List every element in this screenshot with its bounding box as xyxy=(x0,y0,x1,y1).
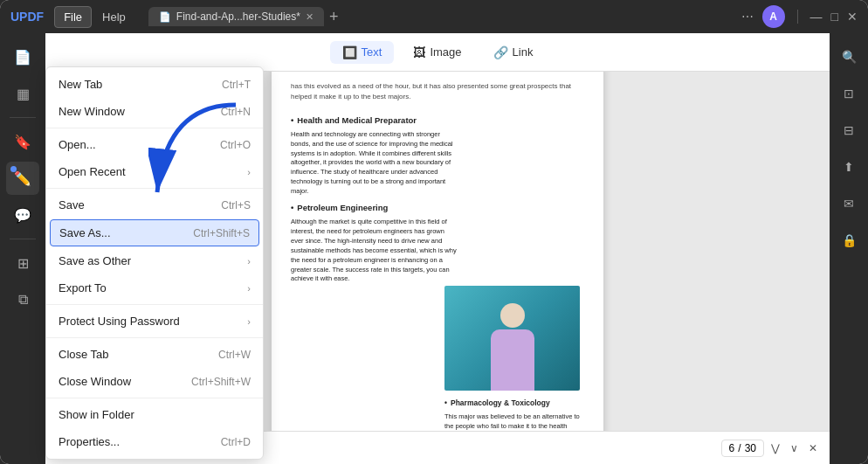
pdf-right-text: • Pharmacology & Toxicology This major w… xyxy=(444,398,584,431)
current-page: 6 xyxy=(729,442,735,454)
menu-separator-4 xyxy=(46,337,263,338)
pdf-petro-body: Although the market is quite competitive… xyxy=(291,218,457,284)
pdf-right-col: • Pharmacology & Toxicology This major w… xyxy=(444,286,584,431)
menu-item-new-window[interactable]: New Window Ctrl+N xyxy=(46,98,263,125)
mail-icon-btn[interactable]: ✉ xyxy=(832,187,865,220)
toolbar-image-btn[interactable]: 🖼 Image xyxy=(401,41,473,64)
right-sidebar: 🔍 ⊡ ⊟ ⬆ ✉ 🔒 xyxy=(830,33,868,464)
active-dot xyxy=(10,166,17,172)
menu-item-close-window[interactable]: Close Window Ctrl+Shift+W xyxy=(46,368,263,395)
title-bar-right: ⋯ A — □ ✕ xyxy=(741,5,858,28)
menu-separator-1 xyxy=(46,128,263,128)
menu-item-protect-password[interactable]: Protect Using Password › xyxy=(46,308,263,335)
link-icon: 🔗 xyxy=(493,45,508,59)
left-sidebar: 📄 ▦ 🔖 ✏️ 💬 ⊞ ⧉ xyxy=(0,33,45,464)
menu-item-save-as[interactable]: Save As... Ctrl+Shift+S xyxy=(50,219,259,246)
bookmark-icon-btn[interactable]: 🔖 xyxy=(6,125,39,158)
document-icon-btn[interactable]: 📄 xyxy=(6,40,39,73)
thumbnail-icon-btn[interactable]: ▦ xyxy=(6,77,39,110)
file-dropdown-menu: New Tab Ctrl+T New Window Ctrl+N Open...… xyxy=(45,66,264,460)
page-bottom-button[interactable]: ∨ xyxy=(787,440,802,457)
sidebar-divider-2 xyxy=(10,239,36,239)
title-bar-menu: File Help xyxy=(54,6,134,28)
close-tab-button[interactable]: ✕ xyxy=(306,11,313,23)
main-layout: 📄 ▦ 🔖 ✏️ 💬 ⊞ ⧉ New Tab Ctrl+T New Window xyxy=(0,33,868,464)
menu-item-export-to[interactable]: Export To › xyxy=(46,274,263,301)
menu-separator-2 xyxy=(46,188,263,189)
lock-icon-btn[interactable]: 🔒 xyxy=(832,224,865,257)
menu-item-save-other[interactable]: Save as Other › xyxy=(46,247,263,274)
toolbar-text-label: Text xyxy=(362,45,382,59)
menu-separator-3 xyxy=(46,304,263,305)
toolbar-image-label: Image xyxy=(430,45,461,59)
pdf-page: has this evolved as a need of the hour, … xyxy=(272,72,603,431)
page-nav-controls: 6 / 30 ⋁ ∨ ✕ xyxy=(721,440,821,457)
active-tab[interactable]: 📄 Find-and-Ap...her-Studies* ✕ xyxy=(148,7,324,26)
tab-pdf-icon: 📄 xyxy=(159,11,171,23)
menu-item-new-tab[interactable]: New Tab Ctrl+T xyxy=(46,71,263,98)
pdf-petro-title: • Petroleum Engineering xyxy=(291,202,457,214)
edit-icon-btn[interactable]: ✏️ xyxy=(6,162,39,195)
annotate-icon-btn[interactable]: 💬 xyxy=(6,198,39,232)
ocr-icon-btn[interactable]: ⊡ xyxy=(832,77,865,110)
title-bar: UPDF File Help 📄 Find-and-Ap...her-Studi… xyxy=(0,0,868,33)
pdf-pharma-body: This major was believed to be an alterna… xyxy=(444,412,584,431)
toolbar-link-btn[interactable]: 🔗 Link xyxy=(481,41,546,64)
text-icon: 🔲 xyxy=(342,45,357,59)
page-separator: / xyxy=(738,442,741,454)
crop-icon-btn[interactable]: ⊟ xyxy=(832,114,865,147)
separator xyxy=(797,10,798,24)
close-window-button[interactable]: ✕ xyxy=(847,10,858,24)
share-icon-btn[interactable]: ⬆ xyxy=(832,150,865,184)
pdf-top-text: has this evolved as a need of the hour, … xyxy=(291,81,584,102)
close-nav-button[interactable]: ✕ xyxy=(805,440,821,457)
file-dropdown-overlay: New Tab Ctrl+T New Window Ctrl+N Open...… xyxy=(45,66,264,460)
new-tab-button[interactable]: + xyxy=(324,8,344,26)
pdf-content: has this evolved as a need of the hour, … xyxy=(291,81,584,432)
menu-item-properties[interactable]: Properties... Ctrl+D xyxy=(46,428,263,455)
search-icon-btn[interactable]: 🔍 xyxy=(832,40,865,73)
menu-separator-5 xyxy=(46,398,263,398)
layers-icon-btn[interactable]: ⧉ xyxy=(6,283,39,316)
pdf-student-image xyxy=(444,286,580,391)
tab-area: 📄 Find-and-Ap...her-Studies* ✕ + xyxy=(148,7,734,26)
avatar[interactable]: A xyxy=(762,5,785,28)
menu-item-close-tab[interactable]: Close Tab Ctrl+W xyxy=(46,341,263,368)
menu-item-open[interactable]: Open... Ctrl+O xyxy=(46,131,263,158)
image-icon: 🖼 xyxy=(413,45,425,59)
sidebar-divider-1 xyxy=(10,117,36,118)
total-pages: 30 xyxy=(745,442,756,454)
overflow-button[interactable]: ⋯ xyxy=(741,10,754,24)
page-display: 6 / 30 xyxy=(721,440,764,457)
page-down-button[interactable]: ⋁ xyxy=(768,440,783,457)
maximize-button[interactable]: □ xyxy=(831,10,838,24)
toolbar-text-btn[interactable]: 🔲 Text xyxy=(330,41,395,64)
menu-item-open-recent[interactable]: Open Recent › xyxy=(46,158,263,185)
tab-title: Find-and-Ap...her-Studies* xyxy=(176,10,300,23)
toolbar-link-label: Link xyxy=(513,45,534,59)
pdf-health-title: • Health and Medical Preparator xyxy=(291,114,457,127)
pdf-health-body: Health and technology are connecting wit… xyxy=(291,130,457,197)
pdf-left-col: • Health and Medical Preparator Health a… xyxy=(291,107,457,285)
file-menu-button[interactable]: File xyxy=(54,6,92,28)
pdf-pharma-title: • Pharmacology & Toxicology xyxy=(444,398,584,409)
minimize-button[interactable]: — xyxy=(810,10,823,24)
app-window: UPDF File Help 📄 Find-and-Ap...her-Studi… xyxy=(0,0,868,464)
menu-item-show-folder[interactable]: Show in Folder xyxy=(46,401,263,428)
organize-icon-btn[interactable]: ⊞ xyxy=(6,246,39,280)
app-logo: UPDF xyxy=(10,10,44,24)
help-menu-button[interactable]: Help xyxy=(93,7,134,27)
menu-item-save[interactable]: Save Ctrl+S xyxy=(46,191,263,218)
